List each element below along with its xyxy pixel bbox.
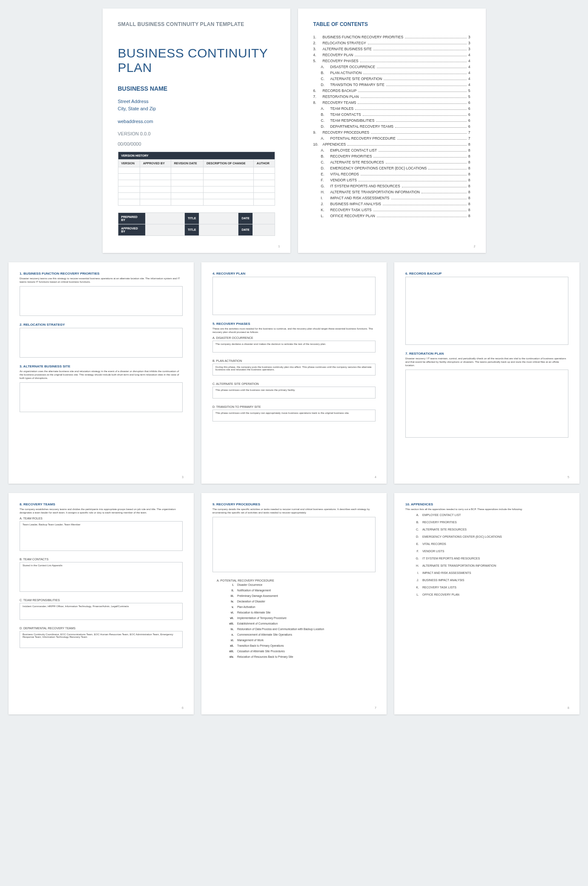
p6a-h: A. TEAM ROLES <box>20 517 183 520</box>
procedure-item: i.Disaster Occurrence <box>224 583 376 586</box>
version-label: VERSION 0.0.0 <box>118 131 275 136</box>
list-index: vii. <box>224 616 234 619</box>
toc-index: B. <box>321 112 330 117</box>
toc-subitem: K.RECOVERY TASK LISTS8 <box>321 208 470 212</box>
toc-dots <box>361 175 467 175</box>
toc-label: RECOVERY PLAN <box>323 53 353 57</box>
list-index: v. <box>224 605 234 608</box>
list-index: E. <box>411 542 419 545</box>
toc-label: RECORDS BACKUP <box>323 89 357 93</box>
toc-index: 4. <box>313 53 323 57</box>
p6a-box: Team Leader, Backup Team Leader, Team Me… <box>20 521 183 551</box>
procedure-item: vii.Implementation of Temporary Procedur… <box>224 616 376 619</box>
toc-page: 8 <box>468 184 470 188</box>
toc-index: 8. <box>313 100 323 105</box>
toc-page: 6 <box>468 106 470 111</box>
toc-dots <box>377 68 466 68</box>
business-name: BUSINESS NAME <box>118 85 275 92</box>
toc-page: 8 <box>468 202 470 206</box>
toc-subitem: D.EMERGENCY OPERATIONS CENTER (EOC) LOCA… <box>321 166 470 170</box>
toc-item: 4.RECOVERY PLAN4 <box>313 53 470 57</box>
toc-subitem: C.ALTERNATE SITE RESOURCES8 <box>321 160 470 164</box>
list-index: B. <box>411 521 419 524</box>
toc-page: 8 <box>468 172 470 176</box>
toc-page: 8 <box>468 160 470 164</box>
toc-dots <box>373 50 467 50</box>
p4a-box: The company declares a disaster and make… <box>212 341 376 353</box>
cover-page: SMALL BUSINESS CONTINUITY PLAN TEMPLATE … <box>103 9 290 253</box>
toc-page: TABLE OF CONTENTS 1.BUSINESS FUNCTION RE… <box>298 9 486 253</box>
toc-dots <box>347 145 466 146</box>
list-text: Commencement of Alternate Site Operation… <box>237 633 292 636</box>
procedure-item: ii.Notification of Management <box>224 589 376 592</box>
list-text: RECOVERY TASK LISTS <box>422 586 456 589</box>
business-address: Street Address City, State and Zip <box>118 98 275 112</box>
toc-label: BUSINESS FUNCTION RECOVERY PRIORITIES <box>323 35 404 39</box>
toc-subitem: C.ALTERNATE SITE OPERATION4 <box>321 77 470 81</box>
page-3: 1. BUSINESS FUNCTION RECOVERY PRIORITIES… <box>9 262 194 484</box>
toc-label: ALTERNATE SITE TRANSPORTATION INFORMATIO… <box>330 190 420 194</box>
toc-item: 7.RESTORATION PLAN5 <box>313 95 470 99</box>
list-index: K. <box>411 586 419 589</box>
appendix-item: F.VENDOR LISTS <box>411 550 568 553</box>
toc-index: A. <box>321 136 330 140</box>
toc-index: 6. <box>313 89 323 93</box>
list-index: L. <box>411 593 419 596</box>
p6c-h: C. TEAM RESPONSIBILITIES <box>20 599 183 602</box>
toc-subitem: H.ALTERNATE SITE TRANSPORTATION INFORMAT… <box>321 190 470 194</box>
sec9-heading: 9. RECOVERY PROCEDURES <box>212 502 376 506</box>
list-text: Relocation of Resources Back to Primary … <box>237 655 293 658</box>
toc-index: 2. <box>313 41 323 45</box>
appendix-item: G.IT SYSTEM REPORTS AND RESOURCES <box>411 557 568 560</box>
sec1-box <box>20 286 183 316</box>
toc-label: RECOVERY TEAMS <box>323 100 356 105</box>
list-index: i. <box>224 583 234 586</box>
procedure-item: v.Plan Activation <box>224 605 376 608</box>
toc-label: TEAM ROLES <box>330 106 354 111</box>
appendix-item: B.RECOVERY PRIORITIES <box>411 521 568 524</box>
page-number: 3 <box>182 476 184 479</box>
toc-label: POTENTIAL RECOVERY PROCEDURE <box>330 136 396 140</box>
toc-subitem: B.TEAM CONTACTS6 <box>321 112 470 117</box>
toc-index: D. <box>321 166 330 170</box>
template-subtitle: SMALL BUSINESS CONTINUITY PLAN TEMPLATE <box>118 21 275 27</box>
sec1-heading: 1. BUSINESS FUNCTION RECOVERY PRIORITIES <box>20 272 183 275</box>
toc-dots <box>363 74 466 74</box>
toc-subitem: C.TEAM RESPONSIBILITIES6 <box>321 118 470 123</box>
toc-subitem: E.VITAL RECORDS8 <box>321 172 470 176</box>
toc-subitem: J.BUSINESS IMPACT ANALYSIS8 <box>321 202 470 206</box>
toc-dots <box>395 127 467 128</box>
toc-label: BUSINESS IMPACT ANALYSIS <box>330 202 381 206</box>
toc-dots <box>363 115 467 116</box>
toc-dots <box>405 38 467 38</box>
appendix-item: H.ALTERNATE SITE TRANSPORTATION INFORMAT… <box>411 564 568 567</box>
sec5-text: These are the activities most needed for… <box>212 327 376 334</box>
toc-page: 8 <box>468 208 470 212</box>
list-text: ALTERNATE SITE TRANSPORTATION INFORMATIO… <box>422 564 496 567</box>
toc-index: H. <box>321 190 330 194</box>
list-index: J. <box>411 579 419 582</box>
page-8: 10. APPENDICES This section lists all th… <box>394 493 579 714</box>
sec7-heading: 7. RESTORATION PLAN <box>405 352 568 356</box>
toc-label: OFFICE RECOVERY PLAN <box>330 214 376 218</box>
p6c-box: Incident Commander, HR/PR Officer, Infor… <box>20 603 183 620</box>
toc-label: RECOVERY PROCEDURES <box>323 130 370 135</box>
sec8-heading: 8. RECOVERY TEAMS <box>20 502 183 506</box>
appendix-list: A.EMPLOYEE CONTACT LISTB.RECOVERY PRIORI… <box>411 513 568 596</box>
toc-index: F. <box>321 178 330 182</box>
toc-dots <box>377 217 467 217</box>
sec9-box <box>212 517 376 572</box>
list-text: Disaster Occurrence <box>237 583 262 586</box>
sec3-box <box>20 382 183 412</box>
appendix-item: A.EMPLOYEE CONTACT LIST <box>411 513 568 516</box>
list-text: Relocation to Alternate Site <box>237 611 270 614</box>
p4c-box: This phase continues until the business … <box>212 387 376 399</box>
toc-label: TEAM CONTACTS <box>330 112 361 117</box>
toc-dots <box>360 62 467 62</box>
page-number: 4 <box>375 476 376 479</box>
list-index: xii. <box>224 644 234 647</box>
toc-page: 6 <box>468 124 470 129</box>
toc-page: 8 <box>468 148 470 152</box>
list-index: xi. <box>224 639 234 642</box>
toc-index: C. <box>321 160 330 164</box>
